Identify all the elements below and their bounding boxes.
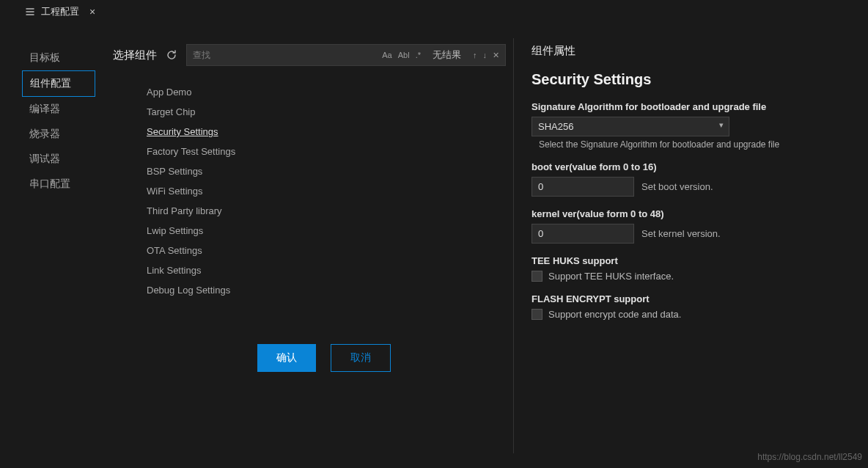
center-header: 选择组件 Aa Abl .* 无结果 ↑ ↓ ✕ bbox=[113, 44, 506, 66]
boot-ver-desc: Set boot version. bbox=[641, 181, 713, 192]
kernel-ver-label: kernel ver(value form 0 to 48) bbox=[532, 208, 853, 219]
cancel-button[interactable]: 取消 bbox=[331, 344, 391, 372]
close-icon[interactable]: × bbox=[89, 6, 95, 18]
signature-label: Signature Algorithm for bootloader and u… bbox=[532, 101, 853, 112]
sidebar-item-compiler[interactable]: 编译器 bbox=[22, 97, 95, 122]
boot-ver-input[interactable] bbox=[532, 177, 634, 197]
boot-ver-label: boot ver(value form 0 to 16) bbox=[532, 161, 853, 172]
list-item[interactable]: WiFi Settings bbox=[147, 181, 506, 201]
next-match-icon[interactable]: ↓ bbox=[483, 51, 488, 59]
flash-encrypt-label: FLASH ENCRYPT support bbox=[532, 293, 853, 304]
sidebar-item-component-config[interactable]: 组件配置 bbox=[22, 70, 95, 97]
tab-project-config[interactable]: 工程配置 × bbox=[18, 1, 103, 23]
search-bar: Aa Abl .* 无结果 ↑ ↓ ✕ bbox=[186, 44, 506, 66]
flash-encrypt-field: FLASH ENCRYPT support Support encrypt co… bbox=[532, 293, 853, 320]
prev-match-icon[interactable]: ↑ bbox=[473, 51, 477, 59]
sidebar-item-target-board[interactable]: 目标板 bbox=[22, 45, 95, 70]
list-item[interactable]: Lwip Settings bbox=[147, 221, 506, 241]
list-item[interactable]: OTA Settings bbox=[147, 241, 506, 260]
list-item[interactable]: Debug Log Settings bbox=[147, 280, 506, 300]
properties-section-title: 组件属性 bbox=[532, 44, 853, 58]
sidebar-item-debugger[interactable]: 调试器 bbox=[22, 147, 95, 172]
regex-icon[interactable]: .* bbox=[416, 51, 421, 59]
main-layout: 目标板 组件配置 编译器 烧录器 调试器 串口配置 选择组件 Aa Abl .*… bbox=[0, 23, 868, 468]
tee-huks-checkbox[interactable] bbox=[532, 271, 542, 282]
signature-select[interactable]: SHA256 bbox=[532, 117, 729, 136]
list-icon bbox=[25, 7, 35, 17]
boot-ver-field: boot ver(value form 0 to 16) Set boot ve… bbox=[532, 161, 853, 197]
list-item[interactable]: BSP Settings bbox=[147, 161, 506, 181]
tee-huks-field: TEE HUKS support Support TEE HUKS interf… bbox=[532, 255, 853, 282]
sidebar-item-serial-config[interactable]: 串口配置 bbox=[22, 172, 95, 197]
sidebar-item-flasher[interactable]: 烧录器 bbox=[22, 122, 95, 147]
refresh-icon[interactable] bbox=[166, 49, 177, 61]
tab-bar: 工程配置 × bbox=[0, 0, 868, 23]
properties-title: Security Settings bbox=[532, 71, 853, 88]
signature-help: Select the Signature Algorithm for bootl… bbox=[532, 139, 853, 150]
flash-encrypt-check-label: Support encrypt code and data. bbox=[548, 309, 681, 320]
kernel-ver-desc: Set kernel version. bbox=[641, 228, 721, 239]
tab-title: 工程配置 bbox=[41, 5, 79, 18]
search-nav: ↑ ↓ ✕ bbox=[473, 51, 499, 60]
center-panel: 选择组件 Aa Abl .* 无结果 ↑ ↓ ✕ App Demo bbox=[95, 23, 513, 468]
center-title: 选择组件 bbox=[113, 48, 157, 62]
no-result-label: 无结果 bbox=[433, 48, 461, 62]
list-item[interactable]: Target Chip bbox=[147, 102, 506, 122]
close-search-icon[interactable]: ✕ bbox=[493, 51, 499, 60]
sidebar: 目标板 组件配置 编译器 烧录器 调试器 串口配置 bbox=[0, 23, 95, 468]
match-case-icon[interactable]: Aa bbox=[382, 51, 391, 59]
match-word-icon[interactable]: Abl bbox=[398, 51, 410, 59]
watermark: https://blog.csdn.net/ll2549 bbox=[757, 452, 862, 462]
confirm-button[interactable]: 确认 bbox=[257, 344, 316, 372]
tee-huks-label: TEE HUKS support bbox=[532, 255, 853, 266]
signature-select-wrap: SHA256 bbox=[532, 117, 729, 136]
tee-huks-check-label: Support TEE HUKS interface. bbox=[548, 271, 674, 282]
properties-panel: 组件属性 Security Settings Signature Algorit… bbox=[514, 23, 868, 468]
signature-field: Signature Algorithm for bootloader and u… bbox=[532, 101, 853, 150]
list-item[interactable]: App Demo bbox=[147, 82, 506, 102]
list-item[interactable]: Third Party library bbox=[147, 201, 506, 221]
list-item-security-settings[interactable]: Security Settings bbox=[147, 122, 506, 142]
kernel-ver-field: kernel ver(value form 0 to 48) Set kerne… bbox=[532, 208, 853, 244]
button-row: 确认 取消 bbox=[113, 344, 506, 372]
flash-encrypt-checkbox[interactable] bbox=[532, 309, 542, 320]
list-item[interactable]: Factory Test Settings bbox=[147, 142, 506, 161]
search-input[interactable] bbox=[193, 50, 375, 60]
search-options: Aa Abl .* bbox=[382, 51, 421, 59]
kernel-ver-input[interactable] bbox=[532, 224, 634, 244]
list-item[interactable]: Link Settings bbox=[147, 260, 506, 280]
component-list: App Demo Target Chip Security Settings F… bbox=[113, 82, 506, 300]
